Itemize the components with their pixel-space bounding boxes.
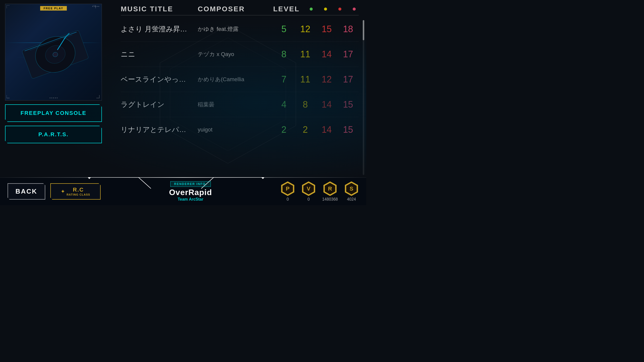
- renderer-info-section: RENDERER INFO. OverRapid Team ArcStar: [106, 181, 275, 202]
- rating-icon: ✦: [61, 189, 65, 194]
- badge-v-letter: V: [307, 186, 310, 192]
- rating-text: R.C RATING CLASS: [67, 187, 90, 197]
- album-art: FREE PLAY: [5, 4, 102, 101]
- main-container: FREE PLAY: [0, 0, 366, 205]
- badge-r-count: 1480368: [322, 197, 338, 202]
- badge-v-icon: V: [301, 182, 316, 196]
- svg-rect-10: [88, 177, 91, 179]
- freeplay-console-button[interactable]: FREEPLAY CONSOLE: [5, 104, 102, 122]
- scrollbar-track[interactable]: [363, 20, 364, 175]
- badge-v-count: 0: [307, 197, 310, 202]
- bottom-bar: BACK ✦ R.C RATING CLASS RENDERER INFO. O…: [0, 177, 366, 205]
- renderer-name: OverRapid: [169, 188, 212, 197]
- scrollbar-thumb[interactable]: [363, 20, 364, 40]
- rating-rc-label: R.C: [73, 187, 84, 193]
- back-button[interactable]: BACK: [8, 183, 45, 200]
- corner-tl: [7, 5, 11, 9]
- svg-rect-13: [261, 177, 264, 179]
- album-bottom-dots: [50, 98, 57, 98]
- badge-s-icon: S: [344, 182, 359, 196]
- renderer-info-label: RENDERER INFO.: [170, 181, 211, 187]
- badge-s-count: 4024: [347, 197, 356, 202]
- corner-bl: [7, 95, 11, 99]
- badge-v: V 0: [301, 182, 316, 202]
- rating-subtitle: RATING CLASS: [67, 193, 90, 196]
- rating-class-button[interactable]: ✦ R.C RATING CLASS: [50, 183, 101, 200]
- corner-br: [96, 95, 100, 99]
- hex-background: [140, 13, 316, 163]
- badge-p: P 0: [280, 182, 295, 202]
- svg-marker-1: [170, 38, 286, 151]
- badge-p-letter: P: [286, 186, 290, 192]
- badge-p-count: 0: [287, 197, 289, 202]
- badge-r-icon: R: [323, 182, 337, 196]
- badge-s: S 4024: [344, 182, 359, 202]
- free-play-label: FREE PLAY: [40, 6, 67, 11]
- badge-r-letter: R: [328, 186, 332, 192]
- badge-s-letter: S: [350, 186, 353, 192]
- parts-button[interactable]: P.A.R.T.S.: [5, 126, 102, 143]
- badge-r: R 1480368: [322, 182, 338, 202]
- album-art-inner: FREE PLAY: [5, 4, 102, 100]
- badges-area: P 0 V 0: [280, 182, 359, 202]
- corner-tr: [93, 5, 97, 9]
- renderer-team: Team ArcStar: [178, 197, 203, 202]
- badge-p-icon: P: [280, 182, 295, 196]
- svg-marker-0: [160, 25, 296, 163]
